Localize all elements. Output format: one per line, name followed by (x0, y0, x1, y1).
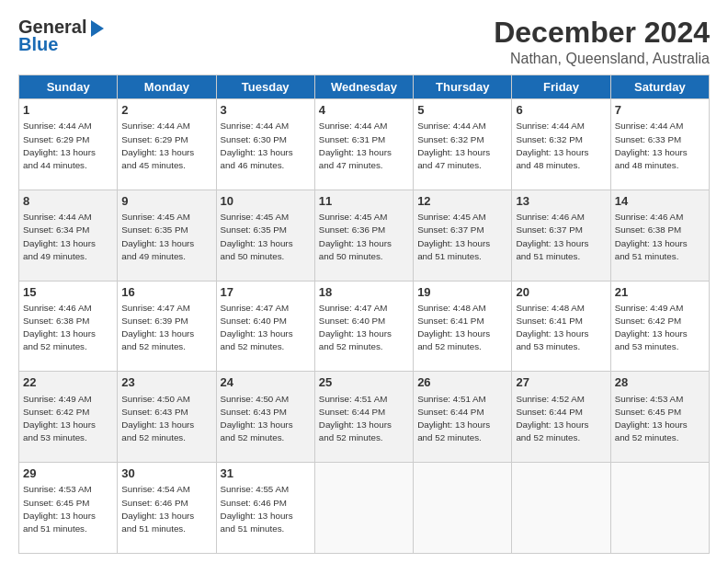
day-number: 7 (615, 102, 705, 119)
day-info: Sunrise: 4:49 AMSunset: 6:42 PMDaylight:… (23, 393, 113, 445)
calendar-cell: 15Sunrise: 4:46 AMSunset: 6:38 PMDayligh… (19, 281, 118, 372)
day-number: 20 (516, 284, 606, 301)
calendar-table: SundayMondayTuesdayWednesdayThursdayFrid… (18, 75, 710, 554)
day-info: Sunrise: 4:47 AMSunset: 6:39 PMDaylight:… (121, 302, 211, 354)
day-info: Sunrise: 4:53 AMSunset: 6:45 PMDaylight:… (615, 393, 705, 445)
calendar-cell: 21Sunrise: 4:49 AMSunset: 6:42 PMDayligh… (610, 281, 709, 372)
week-row-2: 8Sunrise: 4:44 AMSunset: 6:34 PMDaylight… (19, 190, 710, 281)
calendar-cell: 11Sunrise: 4:45 AMSunset: 6:36 PMDayligh… (314, 190, 413, 281)
day-info: Sunrise: 4:48 AMSunset: 6:41 PMDaylight:… (417, 302, 507, 354)
calendar-cell: 23Sunrise: 4:50 AMSunset: 6:43 PMDayligh… (118, 372, 216, 463)
day-info: Sunrise: 4:44 AMSunset: 6:33 PMDaylight:… (615, 120, 705, 172)
day-info: Sunrise: 4:44 AMSunset: 6:29 PMDaylight:… (23, 120, 113, 172)
calendar-cell (414, 463, 512, 554)
day-info: Sunrise: 4:45 AMSunset: 6:35 PMDaylight:… (221, 211, 311, 263)
calendar-cell: 7Sunrise: 4:44 AMSunset: 6:33 PMDaylight… (610, 99, 709, 190)
day-info: Sunrise: 4:47 AMSunset: 6:40 PMDaylight:… (221, 302, 311, 354)
day-info: Sunrise: 4:47 AMSunset: 6:40 PMDaylight:… (319, 302, 409, 354)
day-info: Sunrise: 4:52 AMSunset: 6:44 PMDaylight:… (516, 393, 606, 445)
calendar-cell: 22Sunrise: 4:49 AMSunset: 6:42 PMDayligh… (19, 372, 118, 463)
day-info: Sunrise: 4:54 AMSunset: 6:46 PMDaylight:… (121, 483, 211, 535)
day-number: 19 (417, 284, 507, 301)
day-number: 6 (516, 102, 606, 119)
day-number: 27 (516, 374, 606, 391)
day-number: 10 (221, 193, 311, 210)
day-number: 26 (417, 374, 507, 391)
calendar-cell: 31Sunrise: 4:55 AMSunset: 6:46 PMDayligh… (216, 463, 314, 554)
day-info: Sunrise: 4:50 AMSunset: 6:43 PMDaylight:… (121, 393, 211, 445)
day-info: Sunrise: 4:45 AMSunset: 6:37 PMDaylight:… (417, 211, 507, 263)
calendar-cell: 20Sunrise: 4:48 AMSunset: 6:41 PMDayligh… (512, 281, 610, 372)
calendar-cell: 30Sunrise: 4:54 AMSunset: 6:46 PMDayligh… (118, 463, 216, 554)
day-header-wednesday: Wednesday (314, 75, 413, 99)
day-info: Sunrise: 4:53 AMSunset: 6:45 PMDaylight:… (23, 483, 113, 535)
day-number: 9 (121, 193, 211, 210)
day-info: Sunrise: 4:50 AMSunset: 6:43 PMDaylight:… (221, 393, 311, 445)
day-number: 25 (319, 374, 409, 391)
calendar-cell: 18Sunrise: 4:47 AMSunset: 6:40 PMDayligh… (314, 281, 413, 372)
day-number: 11 (319, 193, 409, 210)
day-info: Sunrise: 4:45 AMSunset: 6:36 PMDaylight:… (319, 211, 409, 263)
calendar-cell: 1Sunrise: 4:44 AMSunset: 6:29 PMDaylight… (19, 99, 118, 190)
calendar-cell: 6Sunrise: 4:44 AMSunset: 6:32 PMDaylight… (512, 99, 610, 190)
day-info: Sunrise: 4:46 AMSunset: 6:38 PMDaylight:… (615, 211, 705, 263)
calendar-cell (610, 463, 709, 554)
day-header-tuesday: Tuesday (216, 75, 314, 99)
calendar-cell: 8Sunrise: 4:44 AMSunset: 6:34 PMDaylight… (19, 190, 118, 281)
main-title: December 2024 (494, 17, 710, 49)
day-info: Sunrise: 4:44 AMSunset: 6:30 PMDaylight:… (221, 120, 311, 172)
day-number: 24 (221, 374, 311, 391)
day-info: Sunrise: 4:55 AMSunset: 6:46 PMDaylight:… (221, 483, 311, 535)
day-number: 29 (23, 465, 113, 482)
calendar-cell: 13Sunrise: 4:46 AMSunset: 6:37 PMDayligh… (512, 190, 610, 281)
calendar-cell: 12Sunrise: 4:45 AMSunset: 6:37 PMDayligh… (414, 190, 512, 281)
logo-blue: Blue (18, 34, 58, 55)
calendar-cell (314, 463, 413, 554)
week-row-1: 1Sunrise: 4:44 AMSunset: 6:29 PMDaylight… (19, 99, 710, 190)
day-info: Sunrise: 4:44 AMSunset: 6:31 PMDaylight:… (319, 120, 409, 172)
day-info: Sunrise: 4:45 AMSunset: 6:35 PMDaylight:… (121, 211, 211, 263)
day-info: Sunrise: 4:46 AMSunset: 6:37 PMDaylight:… (516, 211, 606, 263)
day-header-thursday: Thursday (414, 75, 512, 99)
day-number: 28 (615, 374, 705, 391)
calendar-cell: 25Sunrise: 4:51 AMSunset: 6:44 PMDayligh… (314, 372, 413, 463)
calendar-cell: 29Sunrise: 4:53 AMSunset: 6:45 PMDayligh… (19, 463, 118, 554)
calendar-cell: 27Sunrise: 4:52 AMSunset: 6:44 PMDayligh… (512, 372, 610, 463)
calendar-cell: 3Sunrise: 4:44 AMSunset: 6:30 PMDaylight… (216, 99, 314, 190)
day-number: 16 (121, 284, 211, 301)
calendar-cell: 5Sunrise: 4:44 AMSunset: 6:32 PMDaylight… (414, 99, 512, 190)
calendar-cell: 10Sunrise: 4:45 AMSunset: 6:35 PMDayligh… (216, 190, 314, 281)
day-header-saturday: Saturday (610, 75, 709, 99)
logo-arrow-icon (91, 20, 104, 37)
calendar-cell (512, 463, 610, 554)
day-number: 18 (319, 284, 409, 301)
day-info: Sunrise: 4:46 AMSunset: 6:38 PMDaylight:… (23, 302, 113, 354)
day-number: 15 (23, 284, 113, 301)
day-number: 23 (121, 374, 211, 391)
day-info: Sunrise: 4:51 AMSunset: 6:44 PMDaylight:… (319, 393, 409, 445)
day-number: 21 (615, 284, 705, 301)
day-info: Sunrise: 4:44 AMSunset: 6:29 PMDaylight:… (121, 120, 211, 172)
title-block: December 2024 Nathan, Queensland, Austra… (494, 17, 710, 67)
calendar-cell: 26Sunrise: 4:51 AMSunset: 6:44 PMDayligh… (414, 372, 512, 463)
page: General Blue December 2024 Nathan, Queen… (0, 0, 728, 563)
day-number: 13 (516, 193, 606, 210)
day-number: 5 (417, 102, 507, 119)
calendar-cell: 14Sunrise: 4:46 AMSunset: 6:38 PMDayligh… (610, 190, 709, 281)
day-number: 30 (121, 465, 211, 482)
day-number: 12 (417, 193, 507, 210)
calendar-body: 1Sunrise: 4:44 AMSunset: 6:29 PMDaylight… (19, 99, 710, 554)
week-row-3: 15Sunrise: 4:46 AMSunset: 6:38 PMDayligh… (19, 281, 710, 372)
header: General Blue December 2024 Nathan, Queen… (18, 17, 710, 67)
day-info: Sunrise: 4:51 AMSunset: 6:44 PMDaylight:… (417, 393, 507, 445)
calendar-cell: 16Sunrise: 4:47 AMSunset: 6:39 PMDayligh… (118, 281, 216, 372)
day-number: 3 (221, 102, 311, 119)
calendar-cell: 19Sunrise: 4:48 AMSunset: 6:41 PMDayligh… (414, 281, 512, 372)
day-number: 22 (23, 374, 113, 391)
day-number: 17 (221, 284, 311, 301)
calendar-cell: 2Sunrise: 4:44 AMSunset: 6:29 PMDaylight… (118, 99, 216, 190)
sub-title: Nathan, Queensland, Australia (494, 51, 710, 67)
calendar-cell: 4Sunrise: 4:44 AMSunset: 6:31 PMDaylight… (314, 99, 413, 190)
day-info: Sunrise: 4:48 AMSunset: 6:41 PMDaylight:… (516, 302, 606, 354)
week-row-4: 22Sunrise: 4:49 AMSunset: 6:42 PMDayligh… (19, 372, 710, 463)
